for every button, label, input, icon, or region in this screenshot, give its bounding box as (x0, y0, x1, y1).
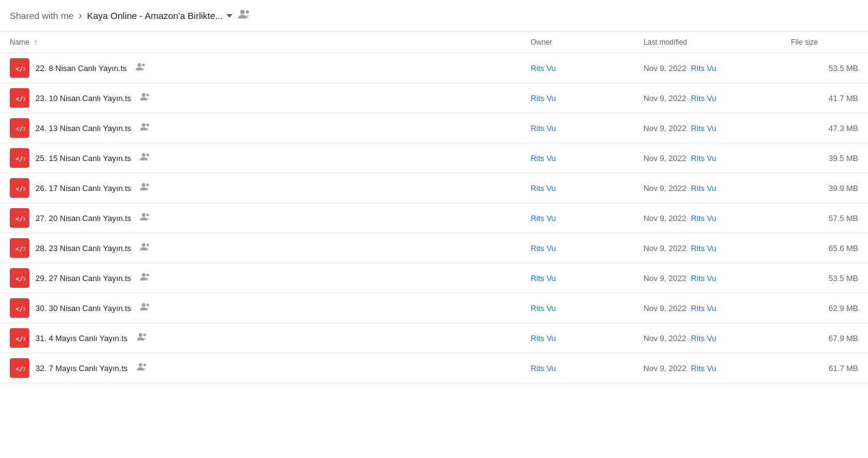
size-cell: 53.5 MB (781, 263, 868, 293)
owner-cell[interactable]: Rits Vu (521, 83, 633, 113)
sort-arrow-icon: ↑ (34, 38, 37, 47)
file-type-icon: </> (10, 178, 29, 198)
file-name[interactable]: 30. 30 Nisan Canlı Yayın.ts (35, 304, 131, 313)
owner-cell[interactable]: Rits Vu (521, 323, 633, 353)
modifier-name[interactable]: Rits Vu (691, 304, 716, 313)
table-row[interactable]: </> 24. 13 Nisan Canlı Yayın.ts Rits VuN… (0, 113, 868, 143)
file-type-icon: </> (10, 268, 29, 288)
table-row[interactable]: </> 32. 7 Mayıs Canlı Yayın.ts Rits VuNo… (0, 353, 868, 383)
size-cell: 39.5 MB (781, 143, 868, 173)
modifier-name[interactable]: Rits Vu (691, 364, 716, 373)
svg-point-6 (142, 93, 146, 97)
svg-point-15 (142, 183, 146, 187)
svg-text:</>: </> (15, 305, 25, 312)
shared-icon (139, 92, 150, 103)
file-name[interactable]: 22. 8 Nisan Canlı Yayın.ts (35, 64, 127, 73)
modifier-name[interactable]: Rits Vu (691, 124, 716, 133)
column-header-name[interactable]: Name ↑ (0, 32, 521, 53)
modified-cell: Nov 9, 2022 Rits Vu (634, 263, 781, 293)
owner-cell[interactable]: Rits Vu (521, 233, 633, 263)
modifier-name[interactable]: Rits Vu (691, 154, 716, 163)
svg-text:</>: </> (15, 65, 25, 72)
svg-point-31 (143, 334, 146, 337)
owner-cell[interactable]: Rits Vu (521, 293, 633, 323)
table-row[interactable]: </> 31. 4 Mayıs Canlı Yayın.ts Rits VuNo… (0, 323, 868, 353)
name-cell: </> 26. 17 Nisan Canlı Yayın.ts (0, 173, 521, 203)
svg-point-27 (142, 303, 146, 307)
svg-point-28 (147, 304, 150, 307)
column-header-file-size[interactable]: File size (781, 32, 868, 53)
table-row[interactable]: </> 28. 23 Nisan Canlı Yayın.ts Rits VuN… (0, 233, 868, 263)
modifier-name[interactable]: Rits Vu (691, 184, 716, 193)
table-row[interactable]: </> 25. 15 Nisan Canlı Yayın.ts Rits VuN… (0, 143, 868, 173)
name-cell: </> 22. 8 Nisan Canlı Yayın.ts (0, 53, 521, 83)
modified-date: Nov 9, 2022 (644, 154, 686, 163)
size-cell: 62.9 MB (781, 293, 868, 323)
file-name[interactable]: 32. 7 Mayıs Canlı Yayın.ts (35, 364, 128, 373)
table-row[interactable]: </> 23. 10 Nisan Canlı Yayın.ts Rits VuN… (0, 83, 868, 113)
modifier-name[interactable]: Rits Vu (691, 334, 716, 343)
file-name[interactable]: 28. 23 Nisan Canlı Yayın.ts (35, 244, 131, 253)
column-header-owner[interactable]: Owner (521, 32, 633, 53)
chevron-down-icon[interactable] (226, 14, 232, 18)
file-type-icon: </> (10, 358, 29, 378)
svg-text:</>: </> (15, 275, 25, 282)
size-cell: 65.6 MB (781, 233, 868, 263)
modifier-name[interactable]: Rits Vu (691, 64, 716, 73)
file-type-icon: </> (10, 58, 29, 78)
modified-cell: Nov 9, 2022 Rits Vu (634, 113, 781, 143)
file-type-icon: </> (10, 298, 29, 318)
size-cell: 41.7 MB (781, 83, 868, 113)
svg-point-0 (240, 10, 245, 14)
table-row[interactable]: </> 29. 27 Nisan Canlı Yayın.ts Rits VuN… (0, 263, 868, 293)
owner-cell[interactable]: Rits Vu (521, 113, 633, 143)
name-cell: </> 30. 30 Nisan Canlı Yayın.ts (0, 293, 521, 323)
modified-cell: Nov 9, 2022 Rits Vu (634, 203, 781, 233)
modified-cell: Nov 9, 2022 Rits Vu (634, 143, 781, 173)
owner-cell[interactable]: Rits Vu (521, 143, 633, 173)
file-name[interactable]: 31. 4 Mayıs Canlı Yayın.ts (35, 334, 128, 343)
shared-icon (139, 182, 150, 193)
shared-icon (139, 272, 150, 283)
svg-point-3 (138, 63, 141, 67)
table-row[interactable]: </> 30. 30 Nisan Canlı Yayın.ts Rits VuN… (0, 293, 868, 323)
svg-point-34 (143, 364, 146, 367)
file-name[interactable]: 29. 27 Nisan Canlı Yayın.ts (35, 274, 131, 283)
column-header-last-modified[interactable]: Last modified (634, 32, 781, 53)
file-type-icon: </> (10, 208, 29, 228)
table-row[interactable]: </> 27. 20 Nisan Canlı Yayın.ts Rits VuN… (0, 203, 868, 233)
modifier-name[interactable]: Rits Vu (691, 94, 716, 103)
people-icon[interactable] (237, 9, 251, 23)
modifier-name[interactable]: Rits Vu (691, 274, 716, 283)
modified-cell: Nov 9, 2022 Rits Vu (634, 83, 781, 113)
file-type-icon: </> (10, 148, 29, 168)
svg-point-7 (147, 94, 150, 97)
name-cell: </> 31. 4 Mayıs Canlı Yayın.ts (0, 323, 521, 353)
modified-date: Nov 9, 2022 (644, 64, 686, 73)
breadcrumb-folder: Kaya Online - Amazon'a Birlikte... (87, 10, 232, 21)
svg-point-4 (142, 64, 145, 67)
owner-cell[interactable]: Rits Vu (521, 353, 633, 383)
table-row[interactable]: </> 22. 8 Nisan Canlı Yayın.ts Rits VuNo… (0, 53, 868, 83)
size-cell: 39.9 MB (781, 173, 868, 203)
svg-text:</>: </> (15, 125, 25, 132)
modifier-name[interactable]: Rits Vu (691, 244, 716, 253)
modified-cell: Nov 9, 2022 Rits Vu (634, 323, 781, 353)
svg-point-1 (246, 10, 249, 13)
modified-date: Nov 9, 2022 (644, 94, 686, 103)
name-cell: </> 29. 27 Nisan Canlı Yayın.ts (0, 263, 521, 293)
owner-cell[interactable]: Rits Vu (521, 173, 633, 203)
breadcrumb-folder-name[interactable]: Kaya Online - Amazon'a Birlikte... (87, 10, 223, 21)
modifier-name[interactable]: Rits Vu (691, 214, 716, 223)
table-row[interactable]: </> 26. 17 Nisan Canlı Yayın.ts Rits VuN… (0, 173, 868, 203)
breadcrumb-shared-with-me[interactable]: Shared with me (10, 10, 73, 21)
file-name[interactable]: 26. 17 Nisan Canlı Yayın.ts (35, 184, 131, 193)
owner-cell[interactable]: Rits Vu (521, 263, 633, 293)
owner-cell[interactable]: Rits Vu (521, 203, 633, 233)
file-name[interactable]: 25. 15 Nisan Canlı Yayın.ts (35, 154, 131, 163)
file-name[interactable]: 23. 10 Nisan Canlı Yayın.ts (35, 94, 131, 103)
file-name[interactable]: 27. 20 Nisan Canlı Yayın.ts (35, 214, 131, 223)
shared-icon (139, 152, 150, 163)
file-name[interactable]: 24. 13 Nisan Canlı Yayın.ts (35, 124, 131, 133)
owner-cell[interactable]: Rits Vu (521, 53, 633, 83)
